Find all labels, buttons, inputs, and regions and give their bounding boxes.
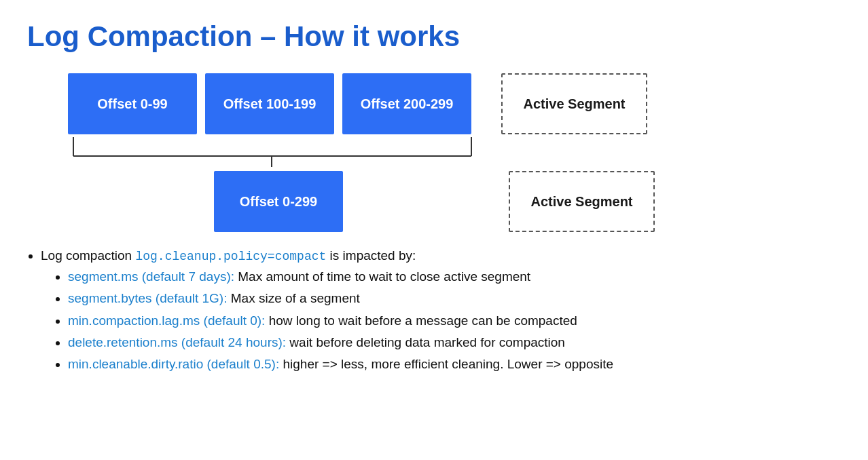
sub-bullet-item: min.cleanable.dirty.ratio (default 0.5):… (68, 354, 841, 375)
row1-segments: Offset 0-99 Offset 100-199 Offset 200-29… (68, 73, 841, 134)
sub-bullet-link-1: segment.bytes (default 1G): (68, 291, 227, 305)
sub-bullet-text-4: higher => less, more efficient cleaning.… (279, 357, 613, 371)
row2-segments: Offset 0-299 Active Segment (68, 171, 841, 232)
segment-offset-0-299: Offset 0-299 (214, 171, 343, 232)
diagram: Offset 0-99 Offset 100-199 Offset 200-29… (27, 73, 841, 232)
sub-bullet-link-4: min.cleanable.dirty.ratio (default 0.5): (68, 357, 279, 371)
sub-bullet-text-2: how long to wait before a message can be… (265, 313, 577, 328)
main-bullet-item: Log compaction log.cleanup.policy=compac… (41, 246, 841, 375)
bullet-section: Log compaction log.cleanup.policy=compac… (27, 246, 841, 375)
sub-bullet-link-2: min.compaction.lag.ms (default 0): (68, 313, 265, 328)
segment-offset-200-299: Offset 200-299 (342, 73, 471, 134)
main-bullet-list: Log compaction log.cleanup.policy=compac… (41, 246, 841, 375)
sub-bullet-list: segment.ms (default 7 days): Max amount … (68, 267, 841, 375)
sub-bullet-text-1: Max size of a segment (227, 291, 359, 305)
sub-bullet-item: min.compaction.lag.ms (default 0): how l… (68, 311, 841, 331)
bracket-row (68, 137, 841, 167)
segment-offset-100-199: Offset 100-199 (205, 73, 334, 134)
sub-bullet-link-3: delete.retention.ms (default 24 hours): (68, 335, 286, 349)
main-link: log.cleanup.policy=compact (135, 250, 326, 263)
sub-bullet-text-0: Max amount of time to wait to close acti… (234, 269, 530, 284)
active-segment-1: Active Segment (501, 73, 647, 134)
segment-offset-0-99: Offset 0-99 (68, 73, 197, 134)
sub-bullet-item: delete.retention.ms (default 24 hours): … (68, 332, 841, 353)
sub-bullet-item: segment.bytes (default 1G): Max size of … (68, 288, 841, 309)
active-segment-2: Active Segment (509, 171, 655, 232)
page-title: Log Compaction – How it works (27, 20, 841, 53)
sub-bullet-text-3: wait before deleting data marked for com… (286, 335, 565, 349)
sub-bullet-item: segment.ms (default 7 days): Max amount … (68, 267, 841, 287)
bracket-svg (68, 137, 484, 167)
sub-bullet-link-0: segment.ms (default 7 days): (68, 269, 234, 284)
